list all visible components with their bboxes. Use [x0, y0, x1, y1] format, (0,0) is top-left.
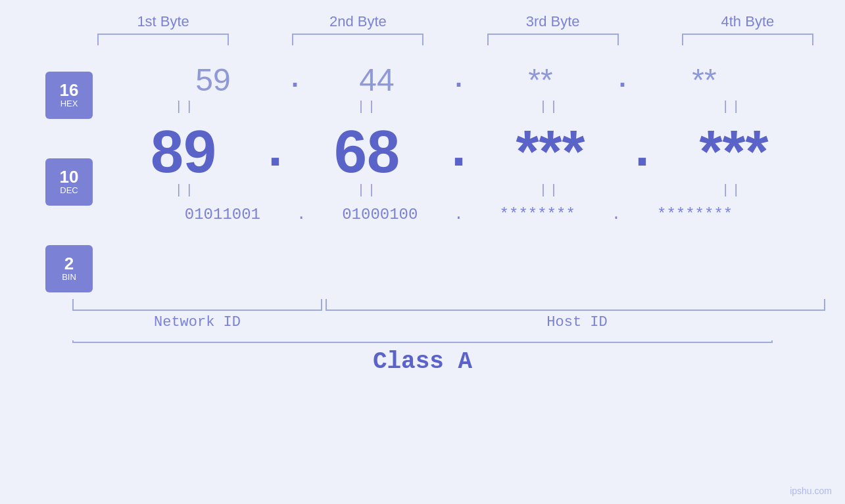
hex-dot3: . [615, 65, 631, 95]
host-id-label: Host ID [322, 314, 832, 331]
hex-badge-label: HEX [60, 99, 78, 109]
eq1-b1: || [110, 99, 261, 114]
hex-badge: 16 HEX [45, 72, 93, 119]
dec-row: 89 . 68 . *** . *** [105, 122, 812, 181]
byte1-header: 1st Byte [87, 13, 239, 30]
dec-dot2: . [443, 126, 474, 178]
dec-b2: 68 [334, 119, 400, 185]
eq1-b4: || [656, 99, 808, 114]
bin-dot2: . [454, 206, 463, 223]
equals-row-1: || || || || [105, 99, 812, 114]
bottom-brackets [66, 299, 832, 311]
dec-badge: 10 DEC [45, 158, 93, 206]
network-bracket [72, 299, 322, 311]
dec-dot3: . [627, 126, 658, 178]
bottom-labels: Network ID Host ID [66, 314, 832, 331]
bracket-b1 [97, 34, 229, 45]
hex-dot2: . [450, 65, 466, 95]
dec-b1: 89 [151, 119, 216, 185]
bin-b2: 01000100 [342, 206, 418, 223]
eq2-b4: || [656, 183, 808, 198]
bin-b4: ******** [657, 206, 733, 223]
bottom-section: Network ID Host ID [66, 299, 845, 331]
top-bracket-row [66, 34, 845, 45]
class-section: Class A [33, 340, 812, 375]
byte2-header: 2nd Byte [282, 13, 433, 30]
hex-b2: 44 [359, 62, 394, 97]
bin-b3: ******** [500, 206, 575, 223]
hex-row: 59 . 44 . ** . ** [105, 62, 812, 98]
main-container: 1st Byte 2nd Byte 3rd Byte 4th Byte 16 H… [0, 0, 845, 504]
bracket-b2 [292, 34, 423, 45]
bin-badge: 2 BIN [45, 245, 93, 292]
bin-dot3: . [612, 206, 621, 223]
byte-headers: 1st Byte 2nd Byte 3rd Byte 4th Byte [66, 13, 845, 30]
bracket-b4 [682, 34, 813, 45]
eq2-b2: || [292, 183, 443, 198]
bin-b1: 01011001 [185, 206, 260, 223]
hex-b3: ** [528, 62, 552, 97]
dec-dot1: . [259, 126, 291, 178]
values-grid: 59 . 44 . ** . ** || || [105, 52, 812, 223]
hex-dot1: . [287, 65, 302, 95]
eq2-b3: || [474, 183, 625, 198]
host-bracket [326, 299, 825, 311]
watermark: ipshu.com [790, 486, 832, 496]
bin-badge-num: 2 [64, 255, 74, 272]
equals-row-2: || || || || [105, 183, 812, 198]
byte3-header: 3rd Byte [477, 13, 629, 30]
bin-dot1: . [297, 206, 306, 223]
dec-badge-num: 10 [60, 168, 79, 185]
hex-badge-num: 16 [60, 81, 79, 99]
hex-b1: 59 [195, 62, 230, 97]
badges-column: 16 HEX 10 DEC 2 BIN [33, 52, 105, 292]
hex-b4: ** [692, 62, 716, 97]
class-label: Class A [373, 348, 472, 375]
eq1-b2: || [292, 99, 443, 114]
class-bracket [72, 340, 773, 343]
eq1-b3: || [474, 99, 625, 114]
network-id-label: Network ID [72, 314, 322, 331]
bin-badge-label: BIN [62, 272, 76, 283]
bin-row: 01011001 . 01000100 . ******** . *******… [105, 206, 812, 223]
content-area: 16 HEX 10 DEC 2 BIN 59 . 44 [33, 52, 812, 292]
bracket-b3 [487, 34, 619, 45]
dec-badge-label: DEC [60, 185, 78, 196]
eq2-b1: || [110, 183, 261, 198]
byte4-header: 4th Byte [672, 13, 823, 30]
dec-b4: *** [699, 119, 768, 185]
dec-b3: *** [516, 119, 585, 185]
